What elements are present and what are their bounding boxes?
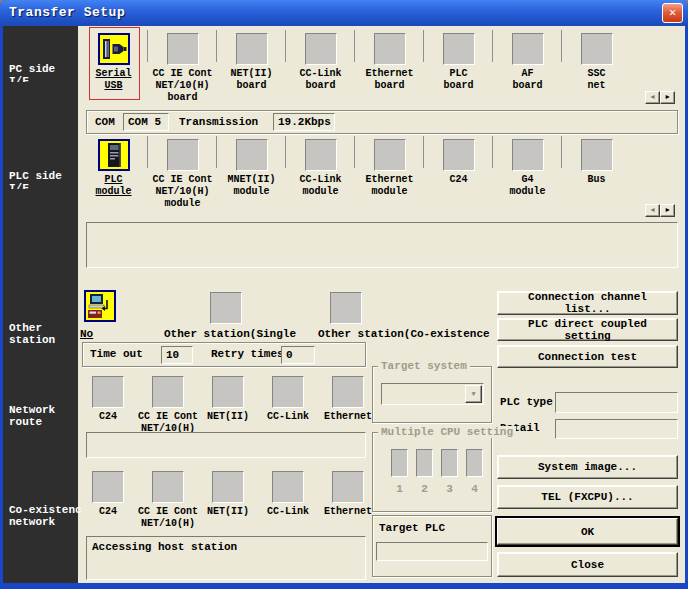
other-station-single-icon[interactable] (210, 292, 242, 324)
device-icon (236, 139, 268, 171)
plc-type-field[interactable] (555, 392, 678, 413)
com-port-field[interactable]: COM 5 (123, 113, 169, 131)
transmission-speed-field[interactable]: 19.2Kbps (273, 113, 335, 131)
scroll-left-icon[interactable]: ◄ (645, 91, 660, 104)
coexistence-label: Ethernet (318, 506, 378, 518)
other-station-coexistence-label: Other station(Co-existence (318, 328, 496, 340)
device-icon (272, 376, 304, 408)
pc-interface-label: AF board (493, 68, 562, 92)
status-panel: Accessing host station (86, 536, 366, 580)
cpu-icon (416, 449, 433, 477)
device-icon (512, 33, 544, 65)
plc-interface-label: Ethernet module (355, 174, 424, 198)
serial-usb-icon (98, 33, 130, 65)
coexistence-label: NET(II) (198, 506, 258, 518)
chevron-down-icon: ▼ (465, 385, 482, 403)
coexistence-option[interactable]: CC-Link (258, 468, 318, 530)
status-text: Accessing host station (92, 541, 237, 553)
pc-interface-label: NET(II) board (217, 68, 286, 92)
no-station-icon[interactable] (84, 290, 116, 322)
plc-interface-option[interactable]: G4 module (493, 136, 562, 210)
network-route-label: CC-Link (258, 411, 318, 423)
cpu-icon (391, 449, 408, 477)
tel-fxcpu-button[interactable]: TEL (FXCPU)... (497, 485, 678, 509)
device-icon (272, 471, 304, 503)
plc-interface-option[interactable]: C24 (424, 136, 493, 210)
pc-interface-option[interactable]: Ethernet board (355, 30, 424, 104)
device-icon (92, 471, 124, 503)
pc-interface-option[interactable]: PLC board (424, 30, 493, 104)
scroll-right-icon[interactable]: ► (660, 91, 675, 104)
plc-interface-option[interactable]: CC IE Cont NET/10(H) module (148, 136, 217, 210)
pc-interface-label: SSC net (562, 68, 631, 92)
scroll-right-icon[interactable]: ► (660, 204, 675, 217)
target-system-select: ▼ (381, 383, 484, 405)
network-route-option[interactable]: CC-Link (258, 373, 318, 435)
target-plc-field (376, 542, 488, 561)
close-icon[interactable]: ✕ (662, 3, 683, 23)
window-title: Transfer Setup (9, 5, 125, 20)
coexistence-network-list: C24 CC IE Cont NET/10(H) NET(II) CC-Link… (78, 468, 378, 530)
pc-interface-option[interactable]: CC-Link board (286, 30, 355, 104)
connection-test-button[interactable]: Connection test (497, 345, 678, 368)
plc-interface-option[interactable]: Bus (562, 136, 631, 210)
other-station-no-label[interactable]: No (80, 328, 93, 340)
network-route-option[interactable]: C24 (78, 373, 138, 435)
cpu-number: 1 (387, 483, 412, 495)
network-route-list: C24 CC IE Cont NET/10(H) NET(II) CC-Link… (78, 373, 378, 435)
device-icon (581, 139, 613, 171)
device-icon (167, 33, 199, 65)
connection-channel-list-button[interactable]: Connection channel list... (497, 291, 678, 315)
plc-direct-coupled-setting-button[interactable]: PLC direct coupled setting (497, 318, 678, 341)
pc-interface-label: PLC board (424, 68, 493, 92)
pc-interface-option[interactable]: SSC net (562, 30, 631, 104)
plc-interface-label: PLC module (79, 174, 148, 198)
device-icon (443, 139, 475, 171)
plc-interface-label: CC IE Cont NET/10(H) module (148, 174, 217, 210)
ok-button[interactable]: OK (497, 518, 678, 545)
retry-times-field[interactable]: 0 (281, 346, 315, 364)
network-route-label: NET(II) (198, 411, 258, 423)
plc-module-icon (98, 139, 130, 171)
device-icon (332, 376, 364, 408)
pc-interface-label: Serial USB (79, 68, 148, 92)
plc-interface-option[interactable]: Ethernet module (355, 136, 424, 210)
other-station-coexistence-icon[interactable] (330, 292, 362, 324)
transfer-setup-dialog: Transfer Setup ✕ PC side I/F PLC side I/… (0, 0, 688, 589)
target-system-group: Target system ▼ (372, 366, 492, 423)
timeout-bar: Time out 10 Retry times 0 (82, 342, 366, 367)
pc-interface-option[interactable]: CC IE Cont NET/10(H) board (148, 30, 217, 104)
coexistence-option[interactable]: Ethernet (318, 468, 378, 530)
coexistence-option[interactable]: CC IE Cont NET/10(H) (138, 468, 198, 530)
pc-interface-option[interactable]: NET(II) board (217, 30, 286, 104)
coexistence-option[interactable]: C24 (78, 468, 138, 530)
close-button[interactable]: Close (497, 552, 678, 577)
timeout-field[interactable]: 10 (161, 346, 193, 364)
device-icon (212, 471, 244, 503)
coexistence-option[interactable]: NET(II) (198, 468, 258, 530)
target-plc-group: Target PLC (372, 515, 492, 577)
network-route-option[interactable]: CC IE Cont NET/10(H) (138, 373, 198, 435)
device-icon (374, 139, 406, 171)
pc-interface-option[interactable]: AF board (493, 30, 562, 104)
com-label: COM (95, 116, 115, 128)
plc-interface-option[interactable]: PLC module (79, 136, 148, 210)
cpu-number: 2 (412, 483, 437, 495)
device-icon (443, 33, 475, 65)
device-icon (167, 139, 199, 171)
cpu-icon (466, 449, 483, 477)
system-image-button[interactable]: System image... (497, 455, 678, 479)
coexistence-label: CC-Link (258, 506, 318, 518)
section-label: Other station (9, 322, 81, 346)
pc-interface-option[interactable]: Serial USB (79, 30, 148, 104)
com-settings-bar: COM COM 5 Transmission 19.2Kbps (86, 110, 678, 134)
plc-interface-option[interactable]: MNET(II) module (217, 136, 286, 210)
network-route-label: C24 (78, 411, 138, 423)
interface-detail-panel (86, 222, 678, 268)
network-route-option[interactable]: NET(II) (198, 373, 258, 435)
network-route-option[interactable]: Ethernet (318, 373, 378, 435)
plc-interface-option[interactable]: CC-Link module (286, 136, 355, 210)
plc-interface-label: Bus (562, 174, 631, 186)
scroll-left-icon[interactable]: ◄ (645, 204, 660, 217)
device-icon (236, 33, 268, 65)
